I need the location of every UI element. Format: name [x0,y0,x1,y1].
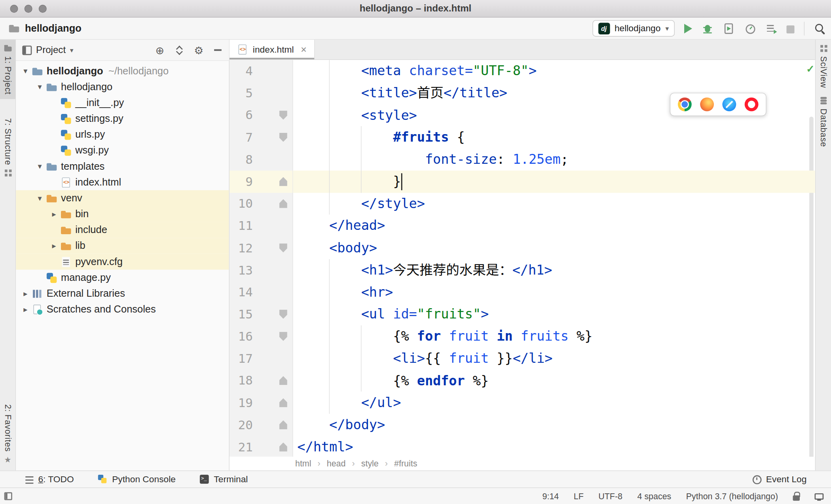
line-number: 18 [230,374,253,388]
lock-icon[interactable] [793,495,800,500]
tree-item-urls-py[interactable]: urls.py [16,127,229,142]
tree-item--init-py[interactable]: __init__.py [16,95,229,111]
breadcrumb-head[interactable]: head [318,459,346,468]
tree-item-venv[interactable]: venv [16,190,229,206]
search-everywhere-icon[interactable] [814,23,825,34]
tree-item-lib[interactable]: lib [16,238,229,254]
fold-end-icon[interactable] [279,177,287,186]
favorites-tool-label: 2: Favorites [3,404,12,452]
fold-end-icon[interactable] [279,376,287,385]
fold-start-icon[interactable] [279,133,287,142]
code-line-8[interactable]: font-size: 1.25em; [293,148,815,171]
fold-start-icon[interactable] [279,111,287,120]
code-line-19[interactable]: </ul> [293,392,815,414]
token-plain [441,328,449,344]
fold-start-icon[interactable] [279,332,287,341]
fold-end-icon[interactable] [279,199,287,208]
profiler-button[interactable] [744,23,755,34]
chevron-right-icon[interactable] [19,305,32,314]
code-line-20[interactable]: </body> [293,414,815,436]
chevron-down-icon[interactable] [33,161,46,171]
tree-item-manage-py[interactable]: manage.py [16,270,229,286]
tree-item-templates[interactable]: templates [16,158,229,174]
tab-index-html[interactable]: index.html × [230,40,315,59]
terminal-button[interactable]: Terminal [200,474,248,485]
tree-item-hellodjango[interactable]: hellodjango~/hellodjango [16,63,229,79]
code-lines[interactable]: <meta charset="UTF-8"> <title>首页</title>… [293,60,815,457]
hide-panel-icon[interactable] [214,49,222,51]
breadcrumb-fruits[interactable]: #fruits [385,459,417,468]
chevron-right-icon[interactable] [19,289,32,298]
close-tab-icon[interactable]: × [301,44,307,55]
tree-item-hellodjango[interactable]: hellodjango [16,79,229,95]
tree-item-index-html[interactable]: index.html [16,174,229,190]
code-line-9[interactable]: } [293,171,815,193]
run-coverage-button[interactable] [723,23,734,34]
opera-icon[interactable] [745,97,759,111]
tool-window-favorites-button[interactable]: 2: Favorites ★ [0,400,15,468]
code-line-13[interactable]: <h1>今天推荐的水果是：</h1> [293,259,815,281]
chevron-down-icon[interactable] [33,193,46,203]
fold-end-icon[interactable] [279,442,287,451]
chrome-icon[interactable] [678,97,692,111]
collapse-all-icon[interactable] [175,45,183,55]
code-line-7[interactable]: #fruits { [293,126,815,148]
run-concurrency-button[interactable] [765,23,777,34]
python-console-button[interactable]: Python Console [98,474,176,485]
chevron-down-icon[interactable] [33,82,46,92]
project-panel-title[interactable]: Project [36,45,66,56]
fold-start-icon[interactable] [279,310,287,319]
tool-window-project-button[interactable]: 1: Project [0,40,15,99]
debug-button[interactable] [702,23,713,34]
indent-indicator[interactable]: 4 spaces [637,491,672,501]
encoding-indicator[interactable]: UTF-8 [598,491,622,501]
code-line-17[interactable]: <li>{{ fruit }}</li> [293,347,815,369]
firefox-icon[interactable] [700,97,714,111]
fold-end-icon[interactable] [279,421,287,430]
event-log-button[interactable]: Event Log [752,474,806,485]
fold-end-icon[interactable] [279,398,287,407]
run-button[interactable] [684,24,692,33]
code-line-15[interactable]: <ul id="fruits"> [293,303,815,325]
tool-window-database-button[interactable]: Database [816,92,831,151]
tree-item-scratches-and-consoles[interactable]: Scratches and Consoles [16,301,229,317]
interpreter-indicator[interactable]: Python 3.7 (hellodjango) [686,491,778,501]
tree-item-settings-py[interactable]: settings.py [16,111,229,127]
tree-item-external-libraries[interactable]: External Libraries [16,286,229,301]
code-line-16[interactable]: {% for fruit in fruits %} [293,325,815,347]
stop-button[interactable] [787,25,795,33]
gear-icon[interactable]: ⚙ [194,45,203,55]
tree-item-include[interactable]: include [16,222,229,238]
chevron-down-icon[interactable] [19,66,32,76]
tool-window-sciview-button[interactable]: SciView [816,40,831,92]
code-line-11[interactable]: </head> [293,215,815,237]
toggle-toolwindows-icon[interactable] [4,492,12,500]
todo-tool-button[interactable]: 6: TODO [25,474,74,485]
chevron-down-icon[interactable]: ▾ [70,46,74,54]
run-config-select[interactable]: dj hellodjango ▾ [592,20,675,37]
reader-mode-icon[interactable] [815,493,824,499]
token-kw: endfor [417,373,465,388]
code-line-4[interactable]: <meta charset="UTF-8"> [293,60,815,82]
safari-icon[interactable] [722,97,736,111]
locate-file-icon[interactable]: ⊕ [156,45,164,55]
code-line-21[interactable]: </html> [293,436,815,457]
breadcrumb-style[interactable]: style [352,459,379,468]
code-line-18[interactable]: {% endfor %} [293,369,815,392]
code-line-14[interactable]: <hr> [293,281,815,303]
line-separator-indicator[interactable]: LF [574,491,584,501]
caret-position[interactable]: 9:14 [543,491,559,501]
project-breadcrumb[interactable]: hellodjango [25,23,82,34]
editor-body[interactable]: 456789101112131415161718192021 <meta cha… [230,60,815,457]
browser-preview-popup [670,93,766,116]
chevron-right-icon[interactable] [48,241,61,250]
fold-start-icon[interactable] [279,243,287,252]
tree-item-bin[interactable]: bin [16,206,229,222]
tree-item-wsgi-py[interactable]: wsgi.py [16,142,229,158]
tool-window-structure-button[interactable]: 7: Structure [0,114,15,181]
breadcrumb-html[interactable]: html [295,459,311,468]
tree-item-pyvenv-cfg[interactable]: pyvenv.cfg [16,254,229,270]
chevron-right-icon[interactable] [48,209,61,219]
code-line-12[interactable]: <body> [293,237,815,259]
code-line-10[interactable]: </style> [293,193,815,215]
